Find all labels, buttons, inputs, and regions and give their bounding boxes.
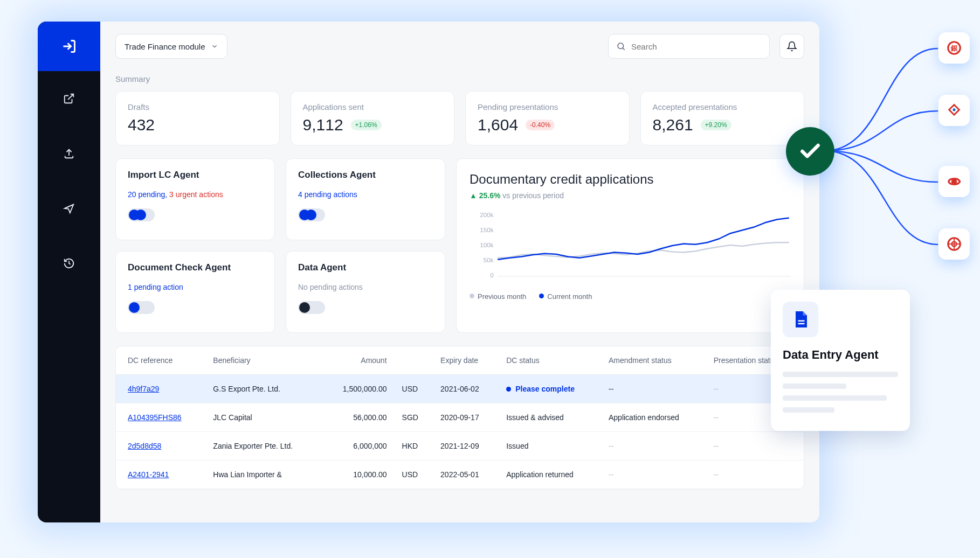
search-input[interactable] — [631, 42, 762, 51]
stat-card[interactable]: Pending presentations 1,604 -0.40% — [465, 91, 630, 145]
chart-legend: Previous month Current month — [470, 292, 791, 301]
upload-icon[interactable] — [58, 142, 80, 165]
skeleton-line — [783, 395, 887, 401]
svg-line-6 — [623, 48, 624, 50]
svg-point-5 — [618, 43, 624, 49]
beneficiary: Zania Exporter Pte. Ltd. — [205, 432, 322, 461]
entry-card-title: Data Entry Agent — [783, 348, 898, 362]
agent-title: Data Agent — [298, 262, 433, 273]
table-header[interactable]: DC status — [499, 346, 601, 375]
stat-card[interactable]: Accepted presentations 8,261 +9.20% — [640, 91, 805, 145]
stat-label: Drafts — [128, 102, 267, 111]
stat-card[interactable]: Applications sent 9,112 +1.06% — [291, 91, 455, 145]
table-header[interactable]: Beneficiary — [205, 346, 322, 375]
svg-text:50k: 50k — [484, 257, 494, 263]
notifications-button[interactable] — [779, 34, 804, 59]
dc-reference-link[interactable]: A2401-2941 — [128, 470, 169, 479]
table-header[interactable]: Amendment status — [601, 346, 706, 375]
partner-logo-3 — [938, 166, 970, 197]
agent-card[interactable]: Document Check Agent 1 pending action — [115, 251, 275, 333]
dc-reference-link[interactable]: 2d5d8d58 — [128, 442, 161, 450]
check-badge — [786, 127, 834, 176]
agent-toggle[interactable] — [128, 301, 155, 314]
agent-card[interactable]: Collections Agent 4 pending actions — [286, 158, 445, 240]
chart-plot: 200k 150k 100k 50k 0 — [470, 210, 791, 285]
agents-grid: Import LC Agent 20 pending, 3 urgent act… — [115, 158, 445, 333]
presentation-status: -- — [706, 432, 804, 461]
chevron-down-icon — [211, 43, 218, 50]
stat-delta: +9.20% — [701, 120, 731, 130]
amount: 56,000.00 — [322, 403, 395, 432]
currency: USD — [395, 375, 433, 403]
beneficiary: JLC Capital — [205, 403, 322, 432]
skeleton-line — [783, 407, 834, 413]
currency: USD — [395, 461, 433, 489]
currency: SGD — [395, 403, 433, 432]
dc-status: Please complete — [499, 375, 601, 403]
stat-value: 8,261 — [653, 116, 693, 134]
check-icon — [798, 140, 822, 163]
chart-delta: ▲ 25.6% vs previous period — [470, 191, 791, 200]
amendment-status: -- — [601, 375, 706, 403]
module-dropdown[interactable]: Trade Finance module — [115, 34, 227, 59]
chart-title: Documentary credit applications — [470, 172, 791, 187]
stat-label: Applications sent — [303, 102, 443, 111]
document-icon — [783, 302, 818, 337]
table-header[interactable] — [395, 346, 433, 375]
dc-status: Issued — [499, 432, 601, 461]
bell-icon — [786, 41, 797, 52]
sidebar-logo[interactable] — [38, 22, 100, 71]
agent-toggle[interactable] — [128, 208, 155, 221]
expiry: 2022-05-01 — [433, 461, 499, 489]
agent-toggle[interactable] — [298, 208, 325, 221]
data-entry-agent-card[interactable]: Data Entry Agent — [771, 290, 910, 431]
agent-title: Import LC Agent — [128, 170, 263, 180]
table-header[interactable]: Expiry date — [433, 346, 499, 375]
history-icon[interactable] — [58, 252, 80, 275]
external-link-icon[interactable] — [58, 87, 80, 110]
svg-text:0: 0 — [490, 272, 494, 278]
stat-label: Accepted presentations — [653, 102, 792, 111]
svg-text:100k: 100k — [480, 242, 494, 248]
amount: 10,000.00 — [322, 461, 395, 489]
table-row[interactable]: A104395FHS86 JLC Capital 56,000.00 SGD 2… — [116, 403, 804, 432]
table-row[interactable]: 2d5d8d58 Zania Exporter Pte. Ltd. 6,000,… — [116, 432, 804, 461]
table-header[interactable]: Amount — [322, 346, 395, 375]
search-field[interactable] — [608, 34, 770, 59]
agent-title: Collections Agent — [298, 170, 433, 180]
currency: HKD — [395, 432, 433, 461]
send-icon[interactable] — [58, 197, 80, 220]
table-header[interactable]: DC reference — [116, 346, 205, 375]
svg-marker-4 — [65, 205, 74, 213]
dc-reference-link[interactable]: 4h9f7a29 — [128, 385, 159, 393]
presentation-status: -- — [706, 461, 804, 489]
amendment-status: Application endorsed — [601, 403, 706, 432]
agent-actions: No pending actions — [298, 283, 433, 291]
dc-reference-link[interactable]: A104395FHS86 — [128, 413, 182, 422]
beneficiary: Hwa Lian Importer & — [205, 461, 322, 489]
chart-card: Documentary credit applications ▲ 25.6% … — [456, 158, 804, 333]
agent-actions: 1 pending action — [128, 283, 263, 291]
partner-logo-1: 銀 — [938, 32, 970, 64]
table-row[interactable]: 4h9f7a29 G.S Export Pte. Ltd. 1,500,000.… — [116, 375, 804, 403]
amendment-status: -- — [601, 432, 706, 461]
agent-card[interactable]: Import LC Agent 20 pending, 3 urgent act… — [115, 158, 275, 240]
login-icon — [61, 39, 77, 54]
amount: 6,000,000 — [322, 432, 395, 461]
app-window: Trade Finance module Summary Drafts 432 … — [38, 22, 819, 522]
summary-cards: Drafts 432 Applications sent 9,112 +1.06… — [115, 91, 804, 145]
svg-rect-22 — [798, 323, 805, 324]
stat-delta: -0.40% — [526, 120, 555, 130]
agent-toggle[interactable] — [298, 301, 325, 314]
dc-status: Issued & advised — [499, 403, 601, 432]
table-row[interactable]: A2401-2941 Hwa Lian Importer & 10,000.00… — [116, 461, 804, 489]
partner-logo-2 — [938, 95, 970, 126]
dc-status: Application returned — [499, 461, 601, 489]
stat-card[interactable]: Drafts 432 — [115, 91, 280, 145]
agent-actions: 20 pending, 3 urgent actions — [128, 190, 263, 199]
svg-text:200k: 200k — [480, 212, 494, 218]
svg-text:150k: 150k — [480, 227, 494, 233]
module-label: Trade Finance module — [125, 42, 205, 51]
agent-card[interactable]: Data Agent No pending actions — [286, 251, 445, 333]
svg-rect-21 — [798, 320, 805, 322]
